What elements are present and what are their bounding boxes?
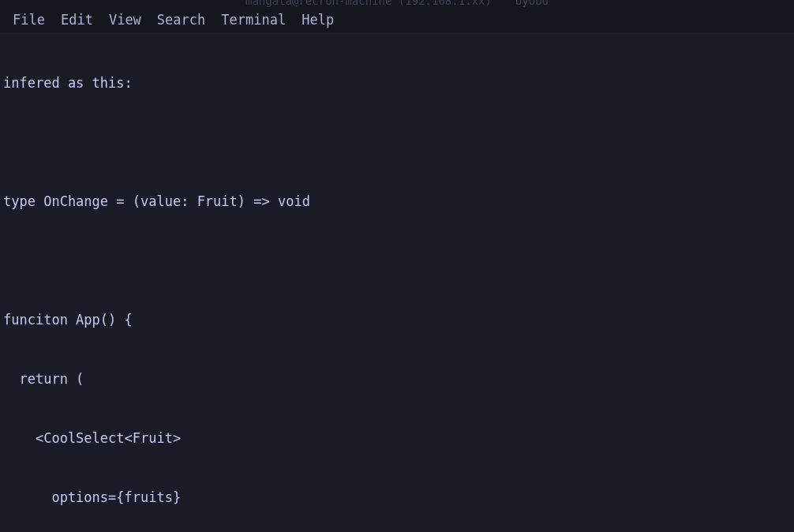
menu-file[interactable]: File (5, 10, 53, 29)
menu-view[interactable]: View (101, 10, 149, 29)
terminal-line: funciton App() { (3, 310, 791, 330)
terminal-line: infered as this: (3, 73, 791, 93)
terminal-line: <CoolSelect<Fruit> (3, 429, 791, 448)
menu-help[interactable]: Help (294, 10, 342, 29)
terminal-line: return ( (3, 369, 791, 389)
menu-terminal[interactable]: Terminal (213, 10, 294, 29)
title-bar: mangata@recron-machine (192.168.1.xx) by… (0, 0, 794, 7)
terminal-line (3, 251, 791, 271)
menu-search[interactable]: Search (149, 10, 213, 29)
terminal-line: options={fruits} (3, 488, 791, 508)
menu-edit[interactable]: Edit (53, 10, 101, 29)
menu-bar: File Edit View Search Terminal Help (0, 7, 794, 32)
terminal-line (3, 133, 791, 152)
title-session: byobu (515, 0, 549, 7)
title-host: mangata@recron-machine (192.168.1.xx) (245, 0, 492, 7)
terminal-output[interactable]: infered as this: type OnChange = (value:… (0, 32, 794, 532)
terminal-line: type OnChange = (value: Fruit) => void (3, 192, 791, 212)
